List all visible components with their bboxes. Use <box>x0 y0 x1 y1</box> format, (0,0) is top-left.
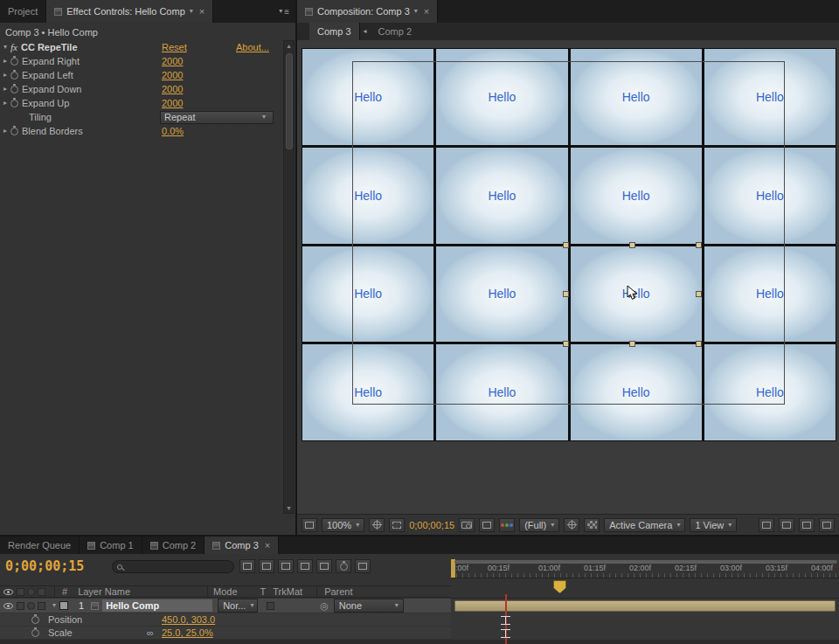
camera-view-dropdown[interactable]: Active Camera ▾ <box>604 518 685 532</box>
reset-link[interactable]: Reset <box>162 42 187 52</box>
vertical-scrollbar[interactable]: ▴ ▾ <box>283 40 295 514</box>
blend-mode-dropdown[interactable]: Nor... ▾ <box>218 599 258 613</box>
tab-project[interactable]: Project <box>0 0 46 23</box>
eye-column-icon[interactable] <box>3 589 13 595</box>
property-value[interactable]: 450.0, 303.0 <box>162 614 215 625</box>
parent-pickwhip-icon[interactable]: ◎ <box>320 600 329 612</box>
always-preview-icon[interactable] <box>302 518 317 532</box>
link-icon[interactable]: ∞ <box>147 627 154 638</box>
layer-expander-icon[interactable]: ▾ <box>52 602 56 609</box>
expander-icon[interactable]: ▸ <box>0 58 10 65</box>
param-value[interactable]: 2000 <box>162 56 183 66</box>
region-of-interest-icon[interactable] <box>389 518 405 532</box>
composition-viewport[interactable]: Hello Hello Hello Hello Hello Hello Hell… <box>297 40 839 514</box>
show-channel-icon[interactable] <box>499 518 515 532</box>
viewer-timecode[interactable]: 0;00;00;15 <box>409 520 454 530</box>
property-row-scale[interactable]: Scale ∞ 25.0, 25.0% <box>0 627 451 640</box>
timeline-track-area[interactable] <box>451 585 839 644</box>
parent-dropdown[interactable]: None ▾ <box>334 599 404 613</box>
motion-blur-icon[interactable] <box>297 559 313 573</box>
selection-handle[interactable] <box>563 242 569 248</box>
selection-handle[interactable] <box>563 291 569 297</box>
layer-color-swatch[interactable] <box>59 601 68 610</box>
close-icon[interactable]: × <box>199 6 205 17</box>
tab-effect-controls[interactable]: Effect Controls: Hello Comp ▾ × <box>46 0 213 23</box>
audio-column-icon[interactable] <box>17 588 24 596</box>
expander-icon[interactable]: ▸ <box>0 100 10 107</box>
prev-comp-chevron-icon[interactable]: ◂ <box>360 23 371 40</box>
stopwatch-icon[interactable] <box>31 629 39 637</box>
selection-handle[interactable] <box>696 291 702 297</box>
tab-comp2[interactable]: Comp 2 <box>142 537 205 554</box>
current-time-display[interactable]: 0;00;00;15 <box>5 558 84 574</box>
stopwatch-icon[interactable] <box>10 86 18 93</box>
tab-composition[interactable]: Composition: Comp 3 ▾ × <box>297 0 438 23</box>
about-link[interactable]: About... <box>236 42 269 52</box>
layer-solo-toggle[interactable] <box>27 602 35 610</box>
stopwatch-icon[interactable] <box>10 128 18 135</box>
viewer-tab-comp2[interactable]: Comp 2 <box>371 23 420 40</box>
chevron-down-icon[interactable]: ▾ <box>414 8 418 15</box>
col-parent[interactable]: Parent <box>324 586 352 597</box>
scrollbar-thumb[interactable] <box>286 53 293 149</box>
mini-flowchart-icon[interactable] <box>819 518 835 532</box>
stopwatch-icon[interactable] <box>10 72 18 80</box>
frame-blend-icon[interactable] <box>278 559 294 573</box>
param-value[interactable]: 2000 <box>162 70 183 80</box>
property-row-position[interactable]: Position 450.0, 303.0 <box>0 613 451 627</box>
scroll-up-icon[interactable]: ▴ <box>287 42 290 50</box>
col-trkmat[interactable]: TrkMat <box>273 586 302 597</box>
search-input[interactable] <box>126 562 222 571</box>
scroll-down-icon[interactable]: ▾ <box>287 504 290 512</box>
show-snapshot-icon[interactable] <box>479 518 495 532</box>
property-name[interactable]: Position <box>48 614 82 625</box>
tiling-dropdown[interactable]: Repeat ▾ <box>160 111 274 124</box>
layer-visibility-eye-icon[interactable] <box>3 603 13 609</box>
expander-icon[interactable]: ▸ <box>0 128 10 135</box>
chevron-down-icon[interactable]: ▾ <box>190 8 193 15</box>
close-icon[interactable]: × <box>265 540 270 551</box>
selection-handle[interactable] <box>696 341 702 347</box>
param-value[interactable]: 2000 <box>162 98 183 108</box>
shy-layers-icon[interactable] <box>259 559 274 573</box>
selection-handle[interactable] <box>563 341 569 347</box>
tab-comp1[interactable]: Comp 1 <box>80 537 142 554</box>
layer-lock-toggle[interactable] <box>38 602 45 610</box>
selection-handle[interactable] <box>629 341 635 347</box>
time-ruler[interactable]: 0:00f 00:15f 01:00f 01:15f 02:00f 02:15f… <box>451 559 839 578</box>
pixel-aspect-icon[interactable] <box>779 518 794 532</box>
col-number[interactable]: # <box>62 586 67 597</box>
viewer-tab-comp3[interactable]: Comp 3 <box>309 23 360 40</box>
property-value[interactable]: 25.0, 25.0% <box>162 627 213 638</box>
col-mode[interactable]: Mode <box>213 586 238 597</box>
selection-handle[interactable] <box>696 242 702 248</box>
layer-duration-bar[interactable] <box>454 600 836 612</box>
panel-menu-icon[interactable]: ▾ ≡ <box>272 0 295 23</box>
effect-header-row[interactable]: ▾ fx CC RepeTile Reset About... <box>0 40 281 54</box>
col-layer-name[interactable]: Layer Name <box>78 586 130 597</box>
param-value[interactable]: 0.0% <box>162 126 184 136</box>
tab-comp3[interactable]: Comp 3 × <box>205 537 279 554</box>
grid-options-icon[interactable] <box>759 518 774 532</box>
safe-guides-icon[interactable] <box>369 518 385 532</box>
param-value[interactable]: 2000 <box>162 84 183 94</box>
expander-open-icon[interactable]: ▾ <box>0 44 10 51</box>
property-name[interactable]: Scale <box>48 627 73 638</box>
stopwatch-icon[interactable] <box>10 58 18 66</box>
col-t[interactable]: T <box>260 586 267 597</box>
t-toggle[interactable] <box>267 602 274 610</box>
solo-column-icon[interactable] <box>27 588 35 596</box>
magnification-dropdown[interactable]: 100% ▾ <box>322 518 364 532</box>
selection-handle[interactable] <box>629 242 635 248</box>
comp-canvas[interactable]: Hello Hello Hello Hello Hello Hello Hell… <box>302 48 836 441</box>
layer-name[interactable]: Hello Comp <box>102 599 212 612</box>
lock-column-icon[interactable] <box>38 588 45 596</box>
fast-previews-icon[interactable] <box>799 518 815 532</box>
expander-icon[interactable]: ▸ <box>0 86 10 93</box>
auto-keyframe-icon[interactable] <box>336 559 351 573</box>
layer-row[interactable]: ▾ 1 Hello Comp Nor... ▾ ◎ None ▾ <box>0 599 451 613</box>
expander-icon[interactable]: ▸ <box>0 72 10 79</box>
graph-editor-icon[interactable] <box>355 559 371 573</box>
stopwatch-icon[interactable] <box>10 100 18 107</box>
close-icon[interactable]: × <box>424 6 429 17</box>
